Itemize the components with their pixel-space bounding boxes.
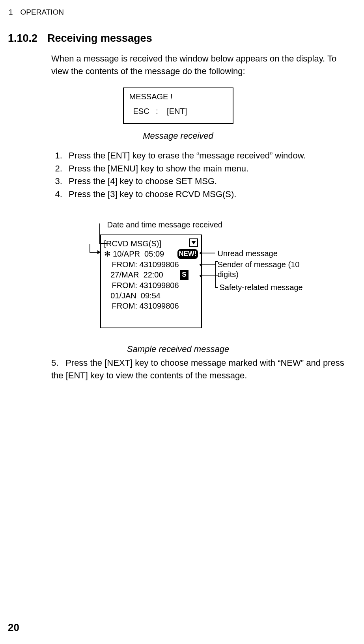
intro-paragraph: When a message is received the window be… (51, 52, 348, 78)
message-received-box: MESSAGE ! ESC : [ENT] (123, 87, 233, 124)
msg-entry-3-line1: 01/JAN 09:54 (104, 290, 198, 301)
steps-list: Press the [ENT] key to erase the “messag… (51, 150, 348, 201)
annotation-safety: Safety-related message (220, 283, 303, 292)
step-3: Press the [4] key to choose SET MSG. (65, 175, 348, 188)
step-5-text: Press the [NEXT] key to choose message m… (51, 358, 344, 380)
connector-line (215, 287, 218, 288)
msg-entry-3-from: FROM: 431099806 (104, 301, 198, 311)
annotation-sender: Sender of message (10 digits) (218, 260, 312, 279)
arrow-left-icon (199, 274, 202, 278)
msg-entry-1-from: FROM: 431099806 (104, 259, 198, 270)
msg-entry-2: 27/MAR 22:00 S FROM: 431099806 (104, 270, 198, 290)
connector-line (202, 264, 215, 265)
rcvd-title: [RCVD MSG(S)] (104, 239, 162, 248)
rcvd-diagram: Date and time message received [RCVD MSG… (44, 220, 312, 342)
step-1: Press the [ENT] key to erase the “messag… (65, 150, 348, 162)
chapter-header: 1 OPERATION (9, 8, 348, 17)
arrow-left-icon (199, 263, 202, 267)
msg-entry-1: ✻ 10/APR 05:09 NEW! FROM: 431099806 (104, 249, 198, 270)
step-5-number: 5. (51, 357, 63, 369)
connector-line (202, 275, 215, 276)
msg-entry-2-from: FROM: 431099806 (104, 280, 198, 290)
page-number: 20 (8, 622, 19, 634)
msg-box-line1: MESSAGE ! (129, 92, 227, 101)
connector-line (215, 261, 216, 288)
figure1-caption: Message received (8, 131, 348, 141)
section-heading: 1.10.2 Receiving messages (8, 32, 348, 45)
step-2: Press the [MENU] key to show the main me… (65, 163, 348, 175)
figure2-caption: Sample received message (8, 344, 348, 354)
rcvd-msg-box: [RCVD MSG(S)] ✻ 10/APR 05:09 NEW! FROM: … (100, 235, 202, 328)
safety-badge: S (180, 270, 188, 279)
msg-box-line2: ESC : [ENT] (129, 107, 227, 116)
step-5: 5. Press the [NEXT] key to choose messag… (51, 357, 348, 382)
step-4: Press the [3] key to choose RCVD MSG(S). (65, 188, 348, 201)
rcvd-title-row: [RCVD MSG(S)] (104, 238, 198, 249)
connector-line (202, 253, 215, 253)
connector-line (90, 244, 90, 253)
annotation-unread: Unread message (218, 249, 278, 259)
arrow-left-icon (199, 251, 202, 255)
msg-entry-3: 01/JAN 09:54 FROM: 431099806 (104, 290, 198, 311)
scroll-down-icon (189, 238, 198, 247)
diagram-top-label: Date and time message received (107, 220, 222, 229)
section-title: Receiving messages (47, 32, 152, 45)
section-number: 1.10.2 (8, 32, 47, 45)
new-badge: NEW! (177, 249, 198, 259)
